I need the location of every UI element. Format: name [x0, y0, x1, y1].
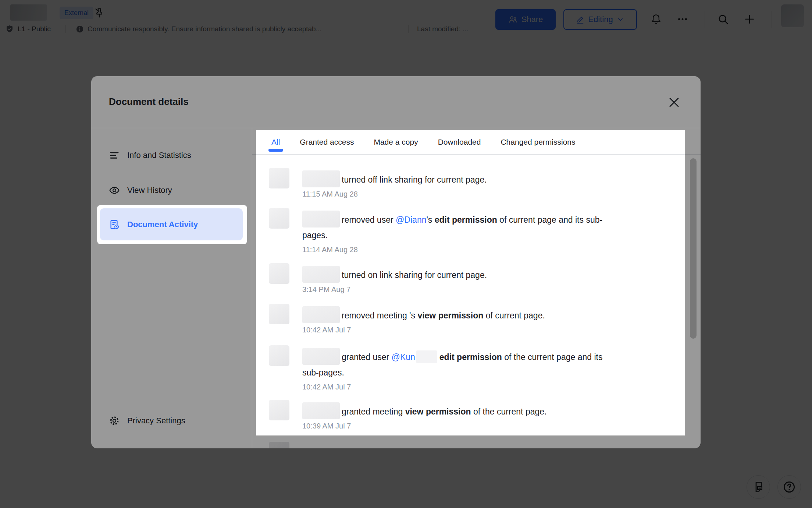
- message-text: sub-pages.: [302, 368, 344, 377]
- activity-timestamp: 10:39 AM Jul 7: [302, 421, 546, 431]
- modal-title: Document details: [109, 95, 189, 108]
- redacted-name-placeholder: [416, 350, 437, 363]
- message-text: pages.: [302, 230, 328, 240]
- message-text: of current page.: [483, 311, 545, 320]
- activity-timestamp: 3:14 PM Aug 7: [302, 284, 487, 294]
- user-mention-link[interactable]: @Kun: [392, 352, 415, 362]
- message-text: removed meeting 's: [342, 311, 417, 320]
- sidebar-item-label: View History: [127, 186, 172, 195]
- activity-message: turned on link sharing for current page.: [302, 266, 487, 283]
- activity-timestamp: 10:42 AM Jul 7: [302, 382, 602, 392]
- message-text: turned on link sharing for current page.: [342, 270, 487, 280]
- activity-timestamp: 11:15 AM Aug 28: [302, 189, 487, 199]
- avatar: [269, 304, 289, 324]
- avatar: [269, 208, 289, 229]
- actor-name-placeholder: [302, 266, 340, 283]
- document-details-modal: Document details Info and StatisticsView…: [91, 76, 701, 448]
- permission-emphasis: edit permission: [435, 215, 497, 225]
- avatar: [269, 345, 289, 366]
- activity-list: turned off link sharing for current page…: [252, 155, 701, 448]
- sidebar-item-info-and-statistics[interactable]: Info and Statistics: [100, 144, 243, 167]
- permission-emphasis: view permission: [405, 407, 471, 416]
- activity-timestamp: 11:14 AM Aug 28: [302, 244, 602, 255]
- tab-made-a-copy[interactable]: Made a copy: [374, 130, 418, 154]
- activity-item: removed meeting 's view permission of cu…: [269, 304, 673, 335]
- actor-name-placeholder: [302, 306, 340, 323]
- sidebar-item-label: Privacy Settings: [127, 416, 185, 426]
- modal-sidebar: Info and StatisticsView HistoryDocument …: [91, 128, 252, 448]
- actor-name-placeholder: [302, 402, 340, 419]
- avatar: [269, 442, 289, 448]
- tab-granted-access[interactable]: Granted access: [300, 130, 354, 154]
- activity-item: [269, 442, 673, 448]
- message-text: of current page and its sub-: [497, 215, 602, 225]
- message-text: removed user: [342, 215, 396, 225]
- sidebar-item-view-history[interactable]: View History: [100, 179, 243, 202]
- close-icon: [667, 95, 681, 109]
- activity-item: turned on link sharing for current page.…: [269, 263, 673, 294]
- close-button[interactable]: [667, 95, 681, 109]
- activity-message: turned off link sharing for current page…: [302, 170, 487, 187]
- gear-icon: [109, 415, 120, 426]
- message-text: turned off link sharing for current page…: [342, 175, 487, 184]
- actor-name-placeholder: [302, 211, 340, 227]
- actor-name-placeholder: [302, 348, 340, 365]
- activity-message: granted meeting view permission of the c…: [302, 402, 546, 419]
- activity-item: granted user @Kunedit permission of the …: [269, 345, 673, 392]
- app-root: External L1 - Public Communicate respons…: [0, 0, 812, 508]
- message-text: granted user: [342, 352, 392, 362]
- tab-all[interactable]: All: [271, 130, 280, 154]
- activity-message: removed meeting 's view permission of cu…: [302, 306, 545, 323]
- activity-item: removed user @Diann's edit permission of…: [269, 208, 673, 255]
- scrollbar-thumb[interactable]: [690, 158, 697, 339]
- tab-changed-permissions[interactable]: Changed permissions: [501, 130, 575, 154]
- eye-icon: [109, 185, 120, 196]
- doc-activity-icon: [109, 219, 120, 230]
- activity-filter-tabs: AllGranted accessMade a copyDownloadedCh…: [252, 128, 701, 155]
- sidebar-item-document-activity[interactable]: Document Activity: [100, 208, 243, 240]
- avatar: [269, 168, 289, 188]
- message-text: of the current page.: [471, 407, 547, 416]
- user-mention-link[interactable]: @Diann: [396, 215, 426, 225]
- permission-emphasis: view permission: [417, 311, 483, 320]
- activity-item: granted meeting view permission of the c…: [269, 400, 673, 431]
- avatar: [269, 400, 289, 420]
- activity-item: turned off link sharing for current page…: [269, 168, 673, 199]
- tab-downloaded[interactable]: Downloaded: [438, 130, 481, 154]
- message-text: 's: [426, 215, 434, 225]
- sidebar-item-label: Document Activity: [127, 220, 198, 229]
- avatar: [269, 263, 289, 284]
- permission-emphasis: edit permission: [439, 352, 502, 362]
- sidebar-item-privacy-settings[interactable]: Privacy Settings: [100, 409, 243, 433]
- actor-name-placeholder: [302, 170, 340, 187]
- activity-message: granted user @Kunedit permission of the …: [302, 348, 602, 380]
- message-text: of the current page and its: [502, 352, 603, 362]
- activity-message: removed user @Diann's edit permission of…: [302, 211, 602, 243]
- list-icon: [109, 150, 120, 161]
- sidebar-item-label: Info and Statistics: [127, 151, 191, 160]
- message-text: granted meeting: [342, 407, 405, 416]
- activity-timestamp: 10:42 AM Jul 7: [302, 325, 545, 335]
